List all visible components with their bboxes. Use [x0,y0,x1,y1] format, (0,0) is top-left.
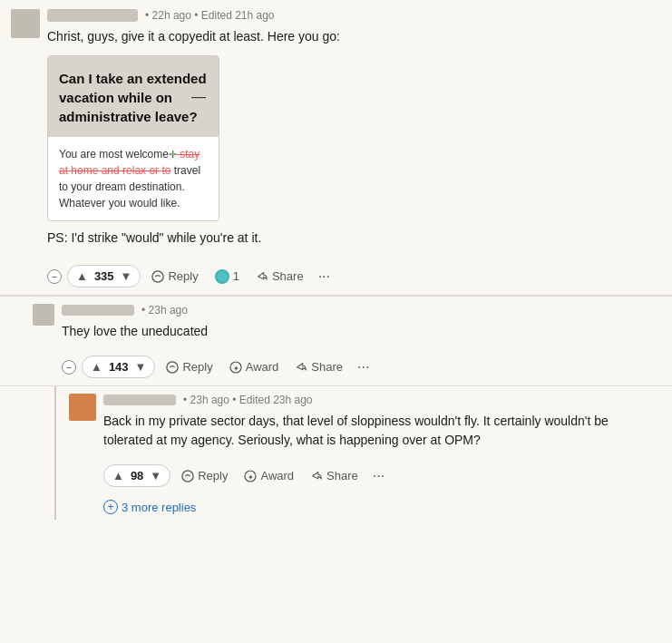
nested-content: • 23h ago • Edited 23h ago Back in my pr… [69,386,672,520]
action-bar-2: − ▲ 143 ▼ Reply ✦ Award [62,350,661,385]
share-icon-1 [256,270,268,283]
article-card: Can I take an extended vacation while on… [47,55,219,221]
reply-label-2: Reply [182,360,212,374]
downvote-btn-2-1[interactable]: ▼ [147,467,164,484]
share-icon-2-1 [310,470,323,482]
reply-icon-2 [166,361,179,374]
more-btn-2-1[interactable]: ··· [369,466,388,486]
article-title: Can I take an extended vacation while on… [59,69,208,126]
add-icon: ✛ [169,149,177,160]
comment-text: Christ, guys, give it a copyedit at leas… [47,27,661,46]
plus-circle-icon: + [103,500,118,514]
comment-2: • 23h ago They love the uneducated − ▲ 1… [0,296,672,385]
upvote-btn-2[interactable]: ▲ [88,358,105,375]
article-card-bottom: You are most welcome✛ stay at home and r… [48,137,219,220]
svg-point-4 [182,470,193,481]
share-icon-2 [295,361,307,374]
share-btn-1[interactable]: Share [250,267,309,286]
more-replies-label: 3 more replies [122,501,196,514]
reply-label-1: Reply [168,269,198,283]
article-dash: — [191,89,206,105]
username-blur-2 [62,305,134,316]
share-btn-2-1[interactable]: Share [305,466,364,485]
vote-count-2-1: 98 [129,469,145,482]
vote-group-2: ▲ 143 ▼ [82,356,155,378]
comment-timestamp-2-1: • 23h ago • Edited 23h ago [183,394,313,406]
collapse-btn-2[interactable]: − [62,360,76,375]
reply-icon-2-1 [181,470,194,482]
collapse-icon-2: − [66,362,72,373]
reply-btn-2[interactable]: Reply [161,357,218,376]
article-card-top: Can I take an extended vacation while on… [48,56,219,137]
reply-btn-1[interactable]: Reply [146,267,203,286]
award-icon-1 [215,269,229,284]
action-bar-1: − ▲ 335 ▼ Reply 1 [47,259,661,295]
comment-header-2-1: • 23h ago • Edited 23h ago [103,394,661,406]
reply-btn-2-1[interactable]: Reply [176,466,233,485]
avatar-2 [33,304,54,326]
comment-timestamp: • 22h ago • Edited 21h ago [145,9,275,22]
comment-text-2: They love the uneducated [62,322,661,341]
svg-text:✦: ✦ [248,473,254,481]
comment-header: • 22h ago • Edited 21h ago [47,9,661,22]
comment-row-2-1: • 23h ago • Edited 23h ago Back in my pr… [69,394,661,520]
share-btn-2[interactable]: Share [289,357,348,376]
share-label-2-1: Share [326,469,358,482]
reply-icon-1 [151,270,164,283]
username-blur [47,9,138,22]
comment-header-2: • 23h ago [62,304,661,317]
more-replies-btn[interactable]: + 3 more replies [103,494,661,520]
share-label-1: Share [272,269,304,283]
award-label-2-1: Award [260,469,294,482]
avatar-2-1 [69,394,96,421]
action-bar-2-1: ▲ 98 ▼ Reply ✦ Award [103,459,661,494]
more-btn-2[interactable]: ··· [354,357,373,377]
svg-point-1 [167,361,178,372]
downvote-btn-1[interactable]: ▼ [118,268,135,285]
award-btn-2[interactable]: ✦ Award [224,357,285,376]
vote-count-2: 143 [107,360,131,374]
collapse-icon: − [52,271,57,282]
svg-text:✦: ✦ [232,364,239,372]
award-btn-2-1[interactable]: ✦ Award [239,466,299,485]
comment-timestamp-2: • 23h ago [141,304,188,317]
comment-top: • 22h ago • Edited 21h ago Christ, guys,… [0,0,672,296]
share-label-2: Share [311,360,343,374]
article-body-before: You are most welcome [59,148,169,161]
award-count-1: 1 [233,269,239,283]
reply-label-2-1: Reply [198,469,228,482]
downvote-btn-2[interactable]: ▼ [132,358,150,375]
comment-2-1-container: • 23h ago • Edited 23h ago Back in my pr… [0,385,672,520]
award-label-2: Award [246,360,279,374]
ps-text: PS: I'd strike "would" while you're at i… [47,230,661,245]
avatar [11,9,40,38]
more-btn-1[interactable]: ··· [315,267,334,287]
upvote-btn-2-1[interactable]: ▲ [110,467,127,484]
svg-point-0 [152,270,163,281]
collapse-btn-1[interactable]: − [47,269,62,284]
award-btn-1[interactable]: 1 [209,267,245,287]
award-icon-2-1: ✦ [244,470,257,482]
username-blur-2-1 [103,395,176,405]
thread-line [54,386,56,520]
vote-group-1: ▲ 335 ▼ [67,265,141,287]
comment-body: Christ, guys, give it a copyedit at leas… [47,27,661,259]
vote-group-2-1: ▲ 98 ▼ [103,464,170,487]
award-icon-2: ✦ [229,361,242,374]
page-container: • 22h ago • Edited 21h ago Christ, guys,… [0,0,672,643]
comment-text-2-1: Back in my private sector days, that lev… [103,412,661,450]
vote-count-1: 335 [93,269,116,283]
upvote-btn-1[interactable]: ▲ [73,268,91,285]
